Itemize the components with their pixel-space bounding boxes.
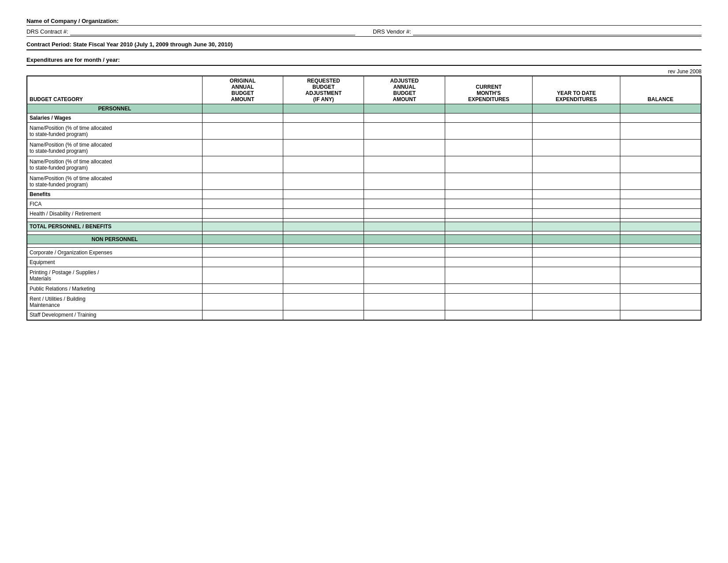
contract-period: Contract Period: State Fiscal Year 2010 … xyxy=(26,41,702,50)
rev-note: rev June 2008 xyxy=(26,68,702,75)
printing-label: Printing / Postage / Supplies /Materials xyxy=(27,267,202,284)
corporate-label: Corporate / Organization Expenses xyxy=(27,248,202,257)
table-row: Equipment xyxy=(27,257,701,267)
table-row: Rent / Utilities / BuildingMaintenance xyxy=(27,294,701,310)
budget-table: BUDGET CATEGORY ORIGINALANNUALBUDGETAMOU… xyxy=(26,76,702,321)
col-header-current: CURRENTMONTH'SEXPENDITURES xyxy=(445,76,533,104)
health-label: Health / Disability / Retirement xyxy=(27,209,202,219)
table-row: FICA xyxy=(27,199,701,209)
public-relations-label: Public Relations / Marketing xyxy=(27,284,202,294)
company-label: Name of Company / Organization: xyxy=(26,18,119,24)
row-name-position-2: Name/Position (% of time allocatedto sta… xyxy=(27,140,202,156)
table-row: Health / Disability / Retirement xyxy=(27,209,701,219)
table-header-row: BUDGET CATEGORY ORIGINALANNUALBUDGETAMOU… xyxy=(27,76,701,104)
table-row: Name/Position (% of time allocatedto sta… xyxy=(27,123,701,140)
subsection-salaries: Salaries / Wages xyxy=(27,113,701,123)
row-name-position-3: Name/Position (% of time allocatedto sta… xyxy=(27,156,202,173)
col-header-original: ORIGINALANNUALBUDGETAMOUNT xyxy=(202,76,283,104)
benefits-label: Benefits xyxy=(27,190,202,199)
section-header-personnel: PERSONNEL xyxy=(27,104,701,113)
col-header-ytd: YEAR TO DATEEXPENDITURES xyxy=(533,76,620,104)
col-header-balance: BALANCE xyxy=(620,76,701,104)
vendor-label: DRS Vendor #: xyxy=(373,28,411,35)
table-row: Staff Development / Training xyxy=(27,310,701,320)
table-row: Public Relations / Marketing xyxy=(27,284,701,294)
table-row: Name/Position (% of time allocatedto sta… xyxy=(27,173,701,190)
table-row: Printing / Postage / Supplies /Materials xyxy=(27,267,701,284)
col-header-adjusted: ADJUSTEDANNUALBUDGETAMOUNT xyxy=(364,76,445,104)
total-personnel-row: TOTAL PERSONNEL / BENEFITS xyxy=(27,222,701,231)
table-row: Name/Position (% of time allocatedto sta… xyxy=(27,140,701,156)
table-row: Name/Position (% of time allocatedto sta… xyxy=(27,156,701,173)
spacer-row xyxy=(27,219,701,222)
total-personnel-label: TOTAL PERSONNEL / BENEFITS xyxy=(27,222,202,231)
spacer-row-3 xyxy=(27,244,701,248)
equipment-label: Equipment xyxy=(27,257,202,267)
non-personnel-label: NON PERSONNEL xyxy=(27,235,202,244)
row-name-position-4: Name/Position (% of time allocatedto sta… xyxy=(27,173,202,190)
spacer-row-2 xyxy=(27,231,701,235)
expenditures-label: Expenditures are for month / year: xyxy=(26,57,702,66)
rent-label: Rent / Utilities / BuildingMaintenance xyxy=(27,294,202,310)
col-header-requested: REQUESTEDBUDGETADJUSTMENT(if any) xyxy=(283,76,364,104)
table-row: Corporate / Organization Expenses xyxy=(27,248,701,257)
section-header-non-personnel: NON PERSONNEL xyxy=(27,235,701,244)
contract-value xyxy=(70,28,355,35)
fica-label: FICA xyxy=(27,199,202,209)
vendor-value xyxy=(413,28,702,35)
col-header-category: BUDGET CATEGORY xyxy=(27,76,202,104)
salaries-label: Salaries / Wages xyxy=(27,113,202,123)
contract-label: DRS Contract #: xyxy=(26,28,68,35)
row-name-position-1: Name/Position (% of time allocatedto sta… xyxy=(27,123,202,140)
staff-dev-label: Staff Development / Training xyxy=(27,310,202,320)
personnel-label: PERSONNEL xyxy=(27,104,202,113)
subsection-benefits: Benefits xyxy=(27,190,701,199)
